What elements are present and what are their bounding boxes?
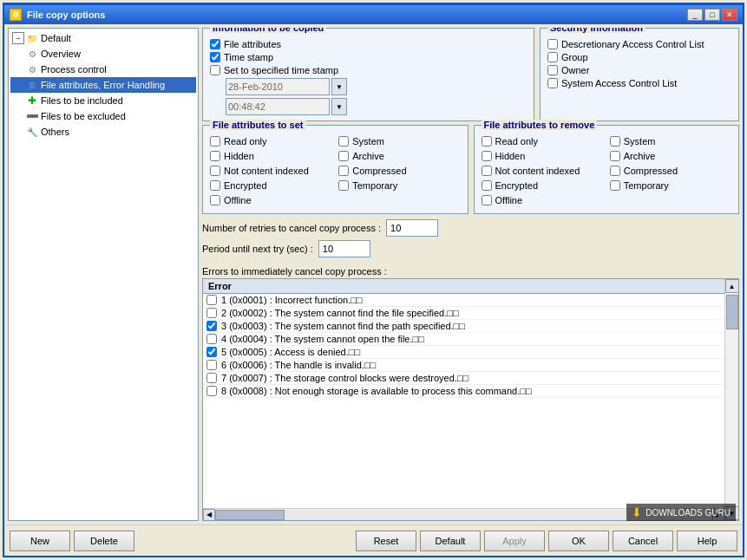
- set-readonly-label: Read only: [224, 136, 267, 147]
- sidebar-item-file-attributes[interactable]: 🗎 File attributes, Error Handling: [10, 77, 196, 93]
- rem-archive-label: Archive: [624, 151, 656, 161]
- error-checkbox-2[interactable]: [206, 308, 217, 318]
- set-hidden-row: Hidden: [210, 151, 331, 161]
- default-button[interactable]: Default: [420, 531, 481, 551]
- errors-section: Errors to immediately cancel copy proces…: [202, 266, 739, 521]
- errors-body[interactable]: 1 (0x0001) : Incorrect function.□□ 2 (0x…: [203, 294, 724, 508]
- set-notcontent-label: Not content indexed: [224, 166, 309, 176]
- rem-temporary-checkbox[interactable]: [610, 180, 620, 191]
- v-scroll-up-btn[interactable]: ▲: [725, 279, 739, 293]
- h-scroll-left-btn[interactable]: ◀: [203, 509, 215, 521]
- delete-button[interactable]: Delete: [74, 531, 134, 551]
- dacl-checkbox[interactable]: [547, 39, 558, 49]
- rem-offline-checkbox[interactable]: [482, 195, 492, 205]
- set-notcontent-checkbox[interactable]: [210, 166, 220, 176]
- retries-label: Number of retries to cancel copy process…: [202, 223, 381, 233]
- time-stamp-checkbox[interactable]: [210, 52, 220, 62]
- error-text-8: 8 (0x0008) : Not enough storage is avail…: [221, 386, 532, 396]
- sidebar-label-included: Files to be included: [41, 95, 123, 106]
- tree-expander-default[interactable]: −: [12, 32, 24, 44]
- set-temporary-label: Temporary: [352, 180, 397, 191]
- v-scrollbar[interactable]: ▲ ▼: [724, 279, 738, 520]
- file-attributes-label: File attributes: [224, 39, 281, 49]
- reset-button[interactable]: Reset: [356, 531, 416, 551]
- retries-input[interactable]: [386, 219, 438, 237]
- minus-icon: ➖: [26, 110, 38, 122]
- file-attributes-checkbox[interactable]: [210, 39, 220, 49]
- time-dropdown-arrow[interactable]: ▼: [331, 98, 347, 115]
- set-archive-label: Archive: [352, 151, 384, 161]
- set-compressed-checkbox[interactable]: [338, 166, 349, 176]
- error-checkbox-3[interactable]: [206, 321, 217, 331]
- rem-archive-checkbox[interactable]: [610, 151, 620, 161]
- new-button[interactable]: New: [10, 531, 70, 551]
- owner-checkbox[interactable]: [547, 65, 558, 75]
- apply-button[interactable]: Apply: [484, 531, 545, 551]
- cancel-button[interactable]: Cancel: [613, 531, 673, 551]
- attrs-row: File attributes to set Read only System: [202, 125, 739, 214]
- rem-encrypted-checkbox[interactable]: [482, 180, 492, 191]
- set-time-stamp-label: Set to specified time stamp: [224, 65, 338, 75]
- set-system-checkbox[interactable]: [338, 136, 349, 147]
- close-button[interactable]: ✕: [722, 9, 737, 21]
- h-scrollbar[interactable]: ◀ ▶: [203, 508, 724, 520]
- gear-icon-overview: ⚙: [26, 48, 38, 60]
- set-offline-row: Offline: [210, 195, 331, 205]
- maximize-button[interactable]: □: [704, 9, 720, 21]
- sidebar-item-files-excluded[interactable]: ➖ Files to be excluded: [10, 108, 196, 124]
- h-scroll-track[interactable]: [215, 510, 712, 520]
- set-temporary-checkbox[interactable]: [338, 180, 349, 191]
- retries-section: Number of retries to cancel copy process…: [202, 218, 739, 263]
- error-checkbox-8[interactable]: [206, 386, 217, 396]
- error-row-8: 8 (0x0008) : Not enough storage is avail…: [203, 385, 724, 398]
- date-dropdown-arrow[interactable]: ▼: [331, 78, 347, 95]
- info-copy-group: Information to be copied File attributes…: [202, 28, 534, 121]
- set-archive-checkbox[interactable]: [338, 151, 349, 161]
- v-scroll-thumb[interactable]: [726, 295, 738, 329]
- ok-button[interactable]: OK: [548, 531, 609, 551]
- sidebar-item-process-control[interactable]: ⚙ Process control: [10, 62, 196, 77]
- attrs-set-title: File attributes to set: [210, 120, 306, 130]
- period-row: Period until next try (sec) :: [202, 240, 739, 257]
- rem-hidden-label: Hidden: [495, 151, 526, 161]
- error-checkbox-7[interactable]: [206, 373, 217, 383]
- error-checkbox-5[interactable]: [206, 347, 217, 357]
- set-encrypted-checkbox[interactable]: [210, 180, 220, 191]
- sidebar-label-excluded: Files to be excluded: [41, 111, 126, 121]
- h-scroll-right-btn[interactable]: ▶: [712, 509, 724, 521]
- set-time-stamp-checkbox[interactable]: [210, 65, 220, 75]
- timestamp-inputs: ▼ ▼: [226, 78, 527, 115]
- rem-compressed-checkbox[interactable]: [610, 166, 620, 176]
- set-readonly-checkbox[interactable]: [210, 136, 220, 147]
- attrs-remove-group: File attributes to remove Read only Syst…: [474, 125, 740, 214]
- error-checkbox-1[interactable]: [206, 295, 217, 305]
- sidebar-label-default: Default: [41, 33, 71, 43]
- set-notcontent-row: Not content indexed: [210, 166, 331, 176]
- sidebar-item-others[interactable]: 🔧 Others: [10, 124, 196, 140]
- rem-hidden-checkbox[interactable]: [482, 151, 492, 161]
- rem-system-label: System: [624, 136, 656, 147]
- period-label: Period until next try (sec) :: [202, 244, 313, 254]
- rem-notcontent-checkbox[interactable]: [482, 166, 492, 176]
- error-checkbox-6[interactable]: [206, 360, 217, 370]
- sidebar-item-default[interactable]: − 📁 Default: [10, 30, 196, 46]
- v-scroll-down-btn[interactable]: ▼: [725, 506, 739, 520]
- rem-system-row: System: [610, 136, 731, 147]
- rem-readonly-checkbox[interactable]: [482, 136, 492, 147]
- set-hidden-checkbox[interactable]: [210, 151, 220, 161]
- minimize-button[interactable]: _: [687, 9, 703, 21]
- sidebar-item-files-included[interactable]: ✚ Files to be included: [10, 93, 196, 108]
- sacl-checkbox[interactable]: [547, 78, 558, 88]
- help-button[interactable]: Help: [677, 531, 737, 551]
- set-offline-checkbox[interactable]: [210, 195, 220, 205]
- sidebar-item-overview[interactable]: ⚙ Overview: [10, 46, 196, 62]
- rem-system-checkbox[interactable]: [610, 136, 620, 147]
- h-scroll-thumb[interactable]: [215, 510, 285, 520]
- set-hidden-label: Hidden: [224, 151, 254, 161]
- set-time-stamp-row: Set to specified time stamp: [210, 65, 527, 75]
- group-checkbox[interactable]: [547, 52, 558, 62]
- period-input[interactable]: [318, 240, 370, 257]
- time-input: [226, 98, 330, 115]
- error-checkbox-4[interactable]: [206, 334, 217, 344]
- error-row-6: 6 (0x0006) : The handle is invalid.□□: [203, 359, 724, 372]
